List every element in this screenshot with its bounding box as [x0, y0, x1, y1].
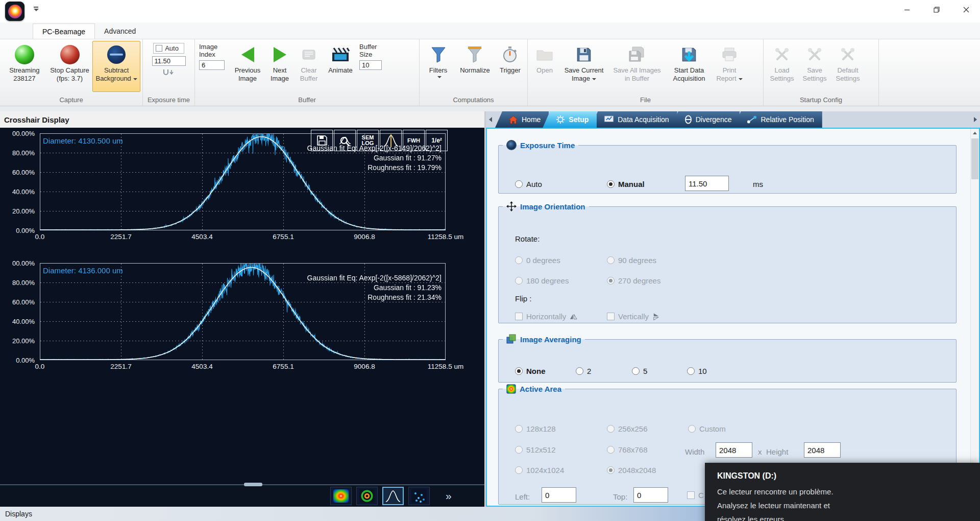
- ribbon-group-exposure: Auto Exposure time: [143, 39, 195, 106]
- checkbox-partial[interactable]: C: [687, 491, 704, 500]
- radio-averaging-none[interactable]: None: [515, 367, 546, 375]
- radio-icon: [515, 446, 523, 454]
- start-data-acquisition-button[interactable]: Start Data Acquisition: [666, 41, 713, 92]
- save-all-floppies-icon: [627, 46, 647, 63]
- tab-home[interactable]: Home: [495, 111, 549, 128]
- image-averaging-group: Image Averaging None 2 5 10: [498, 334, 957, 383]
- flip-vertical-icon: [653, 313, 660, 320]
- normalize-button[interactable]: Normalize: [455, 41, 495, 92]
- next-image-button[interactable]: Next Image: [265, 41, 294, 92]
- radio-area-512[interactable]: 512x512: [515, 445, 556, 454]
- manual-exposure-input[interactable]: [685, 176, 729, 191]
- tools-icon: [806, 46, 823, 63]
- x-axis-labels: 0.02251.74503.46755.19006.811258.5 um: [40, 363, 446, 372]
- tab-advanced[interactable]: Advanced: [95, 23, 145, 39]
- drive-error-toast[interactable]: KINGSTON (D:) Ce lecteur rencontre un pr…: [705, 463, 980, 521]
- panel-splitter-handle[interactable]: [244, 483, 262, 486]
- display-crosshair-icon[interactable]: [382, 487, 404, 505]
- height-input[interactable]: [804, 442, 841, 458]
- tabs-scroll-left-button[interactable]: [486, 111, 495, 128]
- checkbox-flip-horizontally[interactable]: Horizontally: [515, 312, 577, 321]
- animate-button[interactable]: Animate: [324, 41, 357, 92]
- checkbox-icon: [156, 45, 162, 52]
- width-input[interactable]: [716, 442, 752, 458]
- dropdown-arrow-icon: [437, 76, 442, 78]
- exposure-time-input[interactable]: [152, 56, 186, 66]
- display-target-icon[interactable]: [356, 487, 378, 505]
- radio-area-custom[interactable]: Custom: [688, 424, 726, 433]
- radio-area-256[interactable]: 256x256: [607, 424, 648, 433]
- filters-button[interactable]: Filters: [422, 41, 455, 92]
- radio-icon: [515, 425, 523, 433]
- radio-area-2048[interactable]: 2048x2048: [607, 466, 656, 475]
- radio-averaging-2[interactable]: 2: [576, 367, 591, 375]
- stop-capture-button[interactable]: Stop Capture (fps: 3.7): [47, 41, 93, 92]
- open-button[interactable]: Open: [530, 41, 559, 92]
- display-scatter-icon[interactable]: [408, 487, 430, 505]
- maximize-button[interactable]: [923, 0, 950, 19]
- save-all-images-button[interactable]: Save All Images in Buffer: [608, 41, 666, 92]
- scrollbar-thumb[interactable]: [971, 138, 978, 179]
- trigger-button[interactable]: Trigger: [495, 41, 525, 92]
- radio-area-768[interactable]: 768x768: [607, 445, 648, 454]
- relative-position-icon: [747, 115, 757, 124]
- close-button[interactable]: [952, 0, 980, 19]
- tab-data-acquisition[interactable]: Data Acquisition: [591, 111, 677, 128]
- left-input[interactable]: [542, 487, 576, 503]
- tabs-scroll-right-button[interactable]: [971, 111, 980, 128]
- toast-title: KINGSTON (D:): [717, 471, 968, 481]
- tab-pc-beamage[interactable]: PC-Beamage: [33, 23, 95, 39]
- y-tick-label: 20.00%: [12, 207, 35, 215]
- save-current-image-button[interactable]: Save Current Image: [559, 41, 608, 92]
- save-floppy-icon: [575, 46, 593, 63]
- save-settings-button[interactable]: Save Settings: [798, 41, 831, 92]
- y-tick-label: 60.00%: [12, 298, 35, 306]
- clear-buffer-button[interactable]: Clear Buffer: [294, 41, 324, 92]
- display-overflow-button[interactable]: [446, 490, 452, 502]
- radio-icon: [607, 180, 615, 188]
- left-label: Left:: [515, 492, 530, 501]
- beam-profile-chart-y: 00.00%80.00%60.00%40.00%20.00%0.00% 0.02…: [0, 263, 484, 375]
- quick-access-toolbar-arrow-icon[interactable]: [33, 6, 40, 12]
- tab-divergence[interactable]: Divergence: [671, 111, 740, 128]
- image-index-input[interactable]: [199, 60, 225, 70]
- previous-image-button[interactable]: Previous Image: [230, 41, 265, 92]
- default-settings-button[interactable]: Default Settings: [831, 41, 865, 92]
- radio-rotate-90[interactable]: 90 degrees: [607, 256, 656, 265]
- flip-horizontal-icon: [570, 313, 577, 320]
- group-label-buffer: Buffer: [195, 96, 419, 104]
- print-report-button[interactable]: Print Report: [713, 41, 746, 92]
- minimize-button[interactable]: [893, 0, 921, 19]
- streaming-button[interactable]: Streaming 238127: [2, 41, 47, 92]
- radio-manual[interactable]: Manual: [607, 180, 645, 188]
- top-input[interactable]: [633, 487, 668, 503]
- active-area-group-title: Active Area: [503, 384, 565, 394]
- filter-icon: [431, 46, 446, 63]
- radio-rotate-180[interactable]: 180 degrees: [515, 276, 569, 285]
- radio-rotate-270[interactable]: 270 degrees: [607, 276, 660, 285]
- ribbon-tab-row: PC-Beamage Advanced: [0, 22, 980, 39]
- checkbox-flip-vertically[interactable]: Vertically: [607, 312, 660, 321]
- vertical-scrollbar[interactable]: [970, 129, 979, 506]
- y-axis-labels: 00.00%80.00%60.00%40.00%20.00%0.00%: [0, 263, 37, 360]
- home-icon: [508, 115, 518, 124]
- display-2d-beam-icon[interactable]: [330, 487, 352, 505]
- group-label-computations: Computations: [420, 96, 527, 104]
- ribbon-group-startup-config: Load Settings Save Settings Default Sett…: [764, 39, 879, 106]
- radio-averaging-10[interactable]: 10: [687, 367, 707, 375]
- radio-rotate-0[interactable]: 0 degrees: [515, 256, 560, 265]
- load-settings-button[interactable]: Load Settings: [766, 41, 798, 92]
- x-tick-label: 0.0: [35, 363, 45, 370]
- subtract-background-button[interactable]: Subtract Background: [92, 41, 140, 92]
- radio-auto[interactable]: Auto: [515, 180, 542, 188]
- auto-exposure-checkbox[interactable]: Auto: [153, 43, 184, 54]
- radio-area-1024[interactable]: 1024x1024: [515, 466, 564, 475]
- radio-area-128[interactable]: 128x128: [515, 424, 556, 433]
- beam-profile-chart-x: 00.00%80.00%60.00%40.00%20.00%0.00% 0.02…: [0, 133, 484, 246]
- buffer-size-input[interactable]: [359, 60, 382, 70]
- scroll-up-button[interactable]: [971, 129, 979, 137]
- tab-relative-position[interactable]: Relative Position: [733, 111, 822, 128]
- y-tick-label: 60.00%: [12, 169, 35, 176]
- tab-setup[interactable]: Setup: [543, 111, 597, 128]
- radio-averaging-5[interactable]: 5: [632, 367, 647, 375]
